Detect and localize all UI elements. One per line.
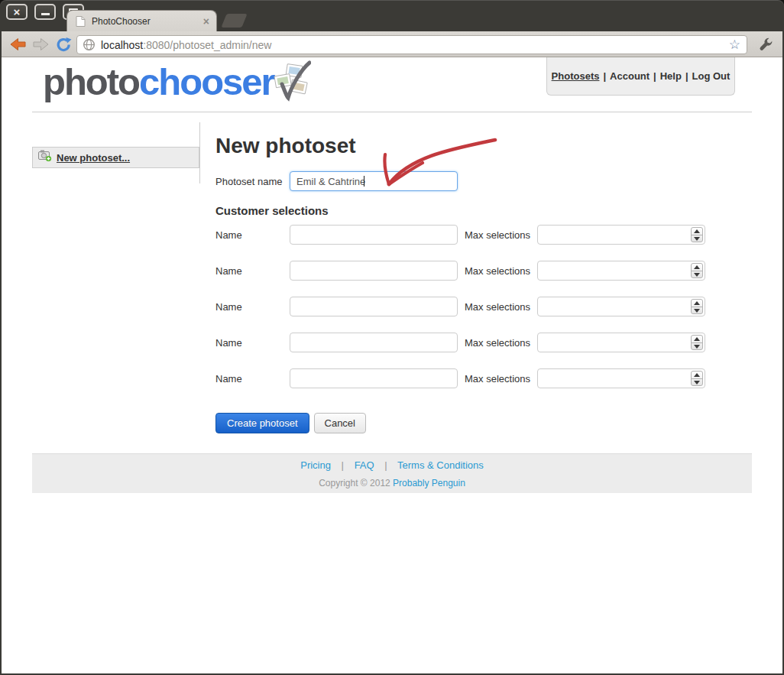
spinner-up-button[interactable]: [692, 228, 702, 235]
max-selections-label: Max selections: [465, 229, 537, 241]
new-photoset-link[interactable]: New photoset...: [57, 152, 130, 164]
max-selections-label: Max selections: [465, 301, 537, 313]
back-arrow-icon: [9, 37, 27, 52]
spinner-down-icon: [694, 273, 700, 277]
window-close-button[interactable]: ×: [6, 4, 28, 20]
account-nav: Photosets | Account | Help | Log Out: [546, 57, 735, 96]
logo-text-chooser: chooser: [139, 60, 274, 103]
customer-row: Name Max selections: [215, 333, 752, 352]
spinner-down-button[interactable]: [692, 235, 702, 242]
url-field[interactable]: localhost:8080/photoset_admin/new ☆: [76, 35, 747, 54]
forward-button[interactable]: [31, 35, 50, 54]
customer-row: Name Max selections: [215, 225, 752, 245]
create-photoset-button[interactable]: Create photoset: [215, 413, 309, 433]
form-actions: Create photoset Cancel: [215, 413, 752, 433]
spinner-up-icon: [694, 229, 700, 233]
spinner-up-button[interactable]: [692, 372, 702, 378]
name-input[interactable]: [290, 225, 458, 245]
spinner-down-button[interactable]: [692, 378, 702, 385]
window-minimize-button[interactable]: [34, 4, 56, 20]
spinner-down-icon: [694, 345, 700, 349]
reload-button[interactable]: [53, 35, 73, 54]
nav-separator: |: [603, 70, 606, 82]
spinner-down-button[interactable]: [692, 307, 702, 313]
name-input[interactable]: [290, 368, 458, 388]
browser-toolbar: localhost:8080/photoset_admin/new ☆: [2, 31, 782, 57]
new-tab-button[interactable]: [221, 14, 247, 28]
number-spinner: [691, 263, 703, 278]
globe-icon: [83, 38, 96, 51]
nav-link-logout[interactable]: Log Out: [692, 70, 731, 82]
max-selections-input[interactable]: [537, 225, 705, 245]
browser-tab[interactable]: PhotoChooser ×: [66, 10, 217, 31]
name-input[interactable]: [290, 333, 458, 352]
max-selections-input[interactable]: [537, 261, 705, 281]
wrench-icon: [757, 37, 773, 53]
footer-link-pricing[interactable]: Pricing: [300, 459, 331, 471]
close-icon: ×: [14, 6, 21, 18]
spinner-up-button[interactable]: [692, 300, 702, 307]
name-label: Name: [215, 265, 290, 277]
back-button[interactable]: [8, 35, 28, 54]
max-selections-input[interactable]: [537, 333, 705, 352]
spinner-down-button[interactable]: [692, 342, 702, 349]
spinner-down-button[interactable]: [692, 271, 702, 277]
settings-button[interactable]: [753, 35, 776, 54]
site-header: photochooser: [32, 57, 752, 112]
number-spinner: [691, 227, 703, 242]
site-logo[interactable]: photochooser: [43, 60, 311, 103]
spinner-up-button[interactable]: [692, 264, 702, 271]
spinner-up-icon: [694, 373, 700, 377]
url-path: :8080/photoset_admin/new: [143, 39, 271, 51]
url-text: localhost:8080/photoset_admin/new: [101, 39, 271, 51]
nav-link-help[interactable]: Help: [660, 70, 682, 82]
nav-link-photosets[interactable]: Photosets: [552, 70, 600, 82]
tab-title: PhotoChooser: [92, 16, 151, 27]
nav-link-account[interactable]: Account: [610, 70, 650, 82]
photoset-name-input[interactable]: [290, 171, 458, 191]
name-label: Name: [215, 373, 290, 385]
spinner-down-icon: [694, 309, 700, 313]
max-selections-label: Max selections: [465, 337, 537, 349]
url-host: localhost: [101, 39, 143, 51]
customer-selections-heading: Customer selections: [215, 204, 752, 217]
forward-arrow-icon: [32, 37, 50, 52]
page-viewport: photochooser: [2, 57, 782, 673]
name-input[interactable]: [290, 297, 458, 316]
copyright-text: Copyright © 2012: [319, 478, 390, 488]
max-selections-label: Max selections: [465, 265, 537, 277]
company-link[interactable]: Probably Penguin: [393, 478, 465, 488]
nav-separator: |: [653, 70, 656, 82]
logo-text-photo: photo: [43, 60, 139, 103]
number-spinner: [691, 335, 703, 350]
spinner-down-icon: [694, 381, 700, 385]
spinner-up-icon: [694, 265, 700, 269]
footer-link-terms[interactable]: Terms & Conditions: [397, 459, 484, 471]
customer-row: Name Max selections: [215, 297, 752, 316]
spinner-up-icon: [694, 337, 700, 341]
minimize-icon: [41, 13, 50, 15]
max-selections-input[interactable]: [537, 368, 705, 388]
photos-checkmark-icon: [271, 60, 311, 110]
sidebar-item-new-photoset[interactable]: New photoset...: [32, 147, 199, 168]
spinner-up-button[interactable]: [692, 336, 702, 342]
sidebar: New photoset...: [32, 112, 200, 433]
footer-link-faq[interactable]: FAQ: [355, 459, 374, 471]
cancel-button[interactable]: Cancel: [314, 413, 366, 433]
number-spinner: [691, 371, 703, 386]
max-selections-input[interactable]: [537, 297, 705, 316]
browser-window: × PhotoChooser ×: [0, 0, 784, 675]
text-caret: [364, 176, 364, 187]
number-spinner: [691, 299, 703, 314]
max-selections-label: Max selections: [465, 373, 537, 385]
copyright-line: Copyright © 2012 Probably Penguin: [32, 478, 752, 488]
name-input[interactable]: [290, 261, 458, 281]
spinner-up-icon: [694, 301, 700, 305]
name-label: Name: [215, 337, 290, 349]
tab-close-icon[interactable]: ×: [203, 15, 209, 28]
bookmark-star-icon[interactable]: ☆: [729, 38, 740, 51]
photoset-name-row: Photoset name: [215, 171, 752, 191]
footer-separator: |: [384, 459, 387, 471]
spinner-down-icon: [694, 237, 700, 241]
page-title: New photoset: [215, 134, 752, 158]
